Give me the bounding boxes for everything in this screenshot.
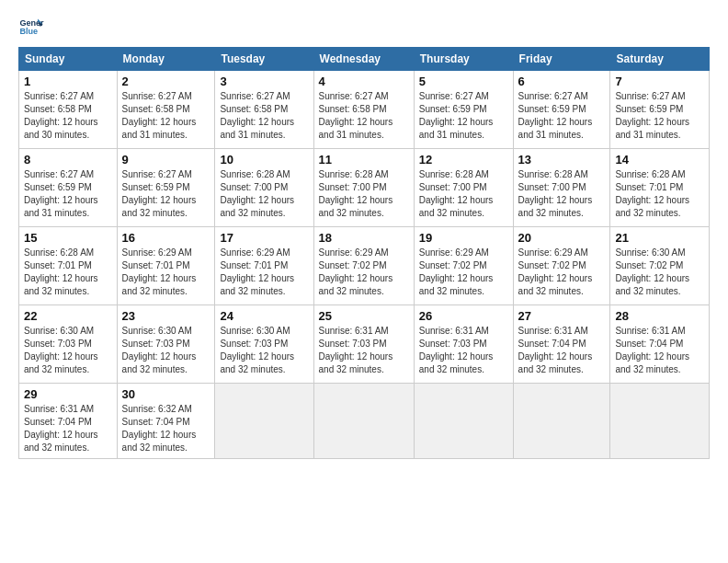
day-info: Sunrise: 6:31 AM Sunset: 7:04 PM Dayligh…: [615, 325, 704, 376]
calendar-cell: 29Sunrise: 6:31 AM Sunset: 7:04 PM Dayli…: [19, 384, 118, 459]
day-number: 22: [24, 309, 112, 323]
day-info: Sunrise: 6:30 AM Sunset: 7:03 PM Dayligh…: [122, 325, 210, 376]
day-info: Sunrise: 6:27 AM Sunset: 6:58 PM Dayligh…: [24, 90, 112, 142]
day-number: 2: [122, 75, 210, 88]
day-number: 27: [518, 309, 606, 323]
day-number: 17: [220, 231, 308, 245]
day-info: Sunrise: 6:29 AM Sunset: 7:01 PM Dayligh…: [122, 247, 210, 298]
calendar-week-4: 22Sunrise: 6:30 AM Sunset: 7:03 PM Dayli…: [19, 305, 710, 384]
calendar-cell: [414, 384, 513, 459]
day-number: 23: [122, 309, 210, 323]
day-info: Sunrise: 6:30 AM Sunset: 7:03 PM Dayligh…: [220, 325, 308, 376]
day-info: Sunrise: 6:27 AM Sunset: 6:59 PM Dayligh…: [518, 90, 606, 142]
day-info: Sunrise: 6:28 AM Sunset: 7:01 PM Dayligh…: [24, 247, 112, 298]
calendar-cell: [313, 384, 414, 459]
day-info: Sunrise: 6:31 AM Sunset: 7:04 PM Dayligh…: [518, 325, 606, 376]
calendar-cell: 21Sunrise: 6:30 AM Sunset: 7:02 PM Dayli…: [610, 227, 710, 305]
calendar-cell: 18Sunrise: 6:29 AM Sunset: 7:02 PM Dayli…: [313, 227, 414, 305]
calendar-cell: 13Sunrise: 6:28 AM Sunset: 7:00 PM Dayli…: [513, 149, 610, 227]
logo-icon: General Blue: [18, 14, 44, 40]
weekday-header-thursday: Thursday: [414, 48, 513, 71]
day-number: 4: [319, 75, 409, 88]
day-number: 3: [220, 75, 308, 88]
calendar-cell: 19Sunrise: 6:29 AM Sunset: 7:02 PM Dayli…: [414, 227, 513, 305]
calendar-cell: [610, 384, 710, 459]
calendar-cell: 17Sunrise: 6:29 AM Sunset: 7:01 PM Dayli…: [215, 227, 313, 305]
weekday-header-saturday: Saturday: [610, 48, 710, 71]
calendar-week-5: 29Sunrise: 6:31 AM Sunset: 7:04 PM Dayli…: [19, 384, 710, 459]
calendar-cell: 4Sunrise: 6:27 AM Sunset: 6:58 PM Daylig…: [313, 71, 414, 149]
calendar-cell: 10Sunrise: 6:28 AM Sunset: 7:00 PM Dayli…: [215, 149, 313, 227]
calendar-week-2: 8Sunrise: 6:27 AM Sunset: 6:59 PM Daylig…: [19, 149, 710, 227]
day-info: Sunrise: 6:29 AM Sunset: 7:02 PM Dayligh…: [518, 247, 606, 298]
day-info: Sunrise: 6:29 AM Sunset: 7:02 PM Dayligh…: [319, 247, 409, 298]
day-info: Sunrise: 6:28 AM Sunset: 7:00 PM Dayligh…: [419, 168, 508, 220]
day-info: Sunrise: 6:27 AM Sunset: 6:59 PM Dayligh…: [419, 90, 508, 142]
calendar-cell: 7Sunrise: 6:27 AM Sunset: 6:59 PM Daylig…: [610, 71, 710, 149]
day-number: 13: [518, 153, 606, 167]
day-info: Sunrise: 6:29 AM Sunset: 7:02 PM Dayligh…: [419, 247, 508, 298]
day-info: Sunrise: 6:30 AM Sunset: 7:02 PM Dayligh…: [615, 247, 704, 298]
day-number: 16: [122, 231, 210, 245]
day-info: Sunrise: 6:32 AM Sunset: 7:04 PM Dayligh…: [122, 403, 210, 454]
day-number: 20: [518, 231, 606, 245]
day-number: 24: [220, 309, 308, 323]
calendar-cell: 30Sunrise: 6:32 AM Sunset: 7:04 PM Dayli…: [117, 384, 215, 459]
day-number: 5: [419, 75, 508, 88]
calendar-cell: 14Sunrise: 6:28 AM Sunset: 7:01 PM Dayli…: [610, 149, 710, 227]
calendar-cell: 5Sunrise: 6:27 AM Sunset: 6:59 PM Daylig…: [414, 71, 513, 149]
day-number: 29: [24, 387, 112, 401]
day-number: 26: [419, 309, 508, 323]
calendar-cell: 20Sunrise: 6:29 AM Sunset: 7:02 PM Dayli…: [513, 227, 610, 305]
calendar-cell: [215, 384, 313, 459]
calendar-cell: 6Sunrise: 6:27 AM Sunset: 6:59 PM Daylig…: [513, 71, 610, 149]
calendar-week-3: 15Sunrise: 6:28 AM Sunset: 7:01 PM Dayli…: [19, 227, 710, 305]
day-info: Sunrise: 6:28 AM Sunset: 7:00 PM Dayligh…: [220, 168, 308, 220]
day-number: 18: [319, 231, 409, 245]
day-number: 21: [615, 231, 704, 245]
weekday-header-wednesday: Wednesday: [313, 48, 414, 71]
calendar-cell: [513, 384, 610, 459]
calendar-cell: 27Sunrise: 6:31 AM Sunset: 7:04 PM Dayli…: [513, 305, 610, 384]
weekday-header-friday: Friday: [513, 48, 610, 71]
weekday-header-row: SundayMondayTuesdayWednesdayThursdayFrid…: [19, 48, 710, 71]
calendar-cell: 1Sunrise: 6:27 AM Sunset: 6:58 PM Daylig…: [19, 71, 118, 149]
day-number: 11: [319, 153, 409, 167]
day-number: 7: [615, 75, 704, 88]
day-info: Sunrise: 6:27 AM Sunset: 6:58 PM Dayligh…: [319, 90, 409, 142]
calendar-cell: 2Sunrise: 6:27 AM Sunset: 6:58 PM Daylig…: [117, 71, 215, 149]
day-number: 6: [518, 75, 606, 88]
day-number: 8: [24, 153, 112, 167]
day-info: Sunrise: 6:27 AM Sunset: 6:59 PM Dayligh…: [615, 90, 704, 142]
page-container: General Blue SundayMondayTuesdayWednesda…: [0, 0, 728, 468]
day-info: Sunrise: 6:28 AM Sunset: 7:00 PM Dayligh…: [319, 168, 409, 220]
calendar-week-1: 1Sunrise: 6:27 AM Sunset: 6:58 PM Daylig…: [19, 71, 710, 149]
weekday-header-sunday: Sunday: [19, 48, 118, 71]
day-number: 28: [615, 309, 704, 323]
day-info: Sunrise: 6:30 AM Sunset: 7:03 PM Dayligh…: [24, 325, 112, 376]
weekday-header-tuesday: Tuesday: [215, 48, 313, 71]
calendar-cell: 23Sunrise: 6:30 AM Sunset: 7:03 PM Dayli…: [117, 305, 215, 384]
day-number: 30: [122, 387, 210, 401]
day-number: 9: [122, 153, 210, 167]
logo: General Blue: [18, 14, 44, 40]
day-info: Sunrise: 6:31 AM Sunset: 7:03 PM Dayligh…: [319, 325, 409, 376]
day-info: Sunrise: 6:27 AM Sunset: 6:58 PM Dayligh…: [220, 90, 308, 142]
calendar-cell: 15Sunrise: 6:28 AM Sunset: 7:01 PM Dayli…: [19, 227, 118, 305]
day-info: Sunrise: 6:27 AM Sunset: 6:59 PM Dayligh…: [122, 168, 210, 220]
day-number: 14: [615, 153, 704, 167]
calendar-cell: 3Sunrise: 6:27 AM Sunset: 6:58 PM Daylig…: [215, 71, 313, 149]
header: General Blue: [18, 14, 710, 40]
day-info: Sunrise: 6:27 AM Sunset: 6:59 PM Dayligh…: [24, 168, 112, 220]
calendar-cell: 24Sunrise: 6:30 AM Sunset: 7:03 PM Dayli…: [215, 305, 313, 384]
day-number: 10: [220, 153, 308, 167]
day-info: Sunrise: 6:28 AM Sunset: 7:01 PM Dayligh…: [615, 168, 704, 220]
day-number: 15: [24, 231, 112, 245]
day-number: 12: [419, 153, 508, 167]
day-info: Sunrise: 6:31 AM Sunset: 7:03 PM Dayligh…: [419, 325, 508, 376]
calendar-cell: 16Sunrise: 6:29 AM Sunset: 7:01 PM Dayli…: [117, 227, 215, 305]
day-info: Sunrise: 6:28 AM Sunset: 7:00 PM Dayligh…: [518, 168, 606, 220]
calendar-cell: 11Sunrise: 6:28 AM Sunset: 7:00 PM Dayli…: [313, 149, 414, 227]
day-info: Sunrise: 6:29 AM Sunset: 7:01 PM Dayligh…: [220, 247, 308, 298]
day-number: 1: [24, 75, 112, 88]
